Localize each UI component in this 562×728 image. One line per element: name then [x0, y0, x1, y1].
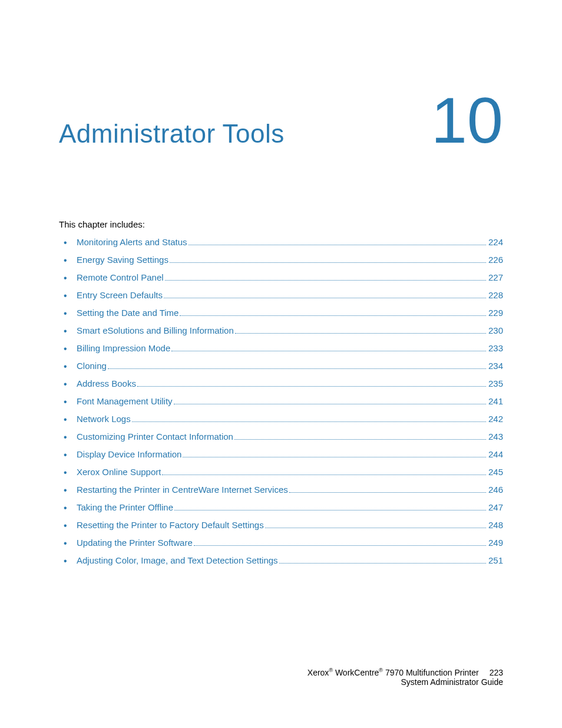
toc-item: Network Logs242	[59, 412, 503, 426]
toc-link[interactable]: Setting the Date and Time	[77, 306, 178, 320]
toc-leader	[174, 510, 486, 510]
toc-leader	[171, 351, 486, 351]
toc-link[interactable]: Adjusting Color, Image, and Text Detecti…	[77, 554, 278, 568]
toc-page-number[interactable]: 241	[488, 394, 503, 409]
toc-page-number[interactable]: 242	[488, 412, 503, 426]
toc-link[interactable]: Resetting the Printer to Factory Default…	[77, 518, 264, 532]
toc-link[interactable]: Network Logs	[77, 412, 131, 426]
toc-link[interactable]: Monitoring Alerts and Status	[77, 235, 187, 249]
toc-link[interactable]: Remote Control Panel	[77, 271, 164, 285]
toc-item: Font Management Utility241	[59, 394, 503, 409]
table-of-contents: Monitoring Alerts and Status224Energy Sa…	[59, 235, 503, 568]
toc-page-number[interactable]: 243	[488, 430, 503, 444]
chapter-number: 10	[431, 94, 503, 146]
toc-leader	[164, 298, 486, 298]
toc-leader	[170, 262, 486, 263]
toc-leader	[180, 315, 486, 316]
toc-item: Smart eSolutions and Billing Information…	[59, 324, 503, 338]
toc-page-number[interactable]: 235	[488, 377, 503, 391]
toc-page-number[interactable]: 227	[488, 271, 503, 285]
toc-link[interactable]: Cloning	[77, 359, 107, 373]
toc-item: Customizing Printer Contact Information2…	[59, 430, 503, 444]
toc-item: Display Device Information244	[59, 447, 503, 462]
toc-item: Remote Control Panel227	[59, 271, 503, 285]
chapter-header: Administrator Tools 10	[59, 94, 503, 149]
toc-leader	[289, 492, 486, 493]
toc-link[interactable]: Energy Saving Settings	[77, 253, 168, 267]
toc-page-number[interactable]: 234	[488, 359, 503, 373]
toc-link[interactable]: Smart eSolutions and Billing Information	[77, 324, 234, 338]
toc-item: Taking the Printer Offline247	[59, 500, 503, 515]
toc-item: Billing Impression Mode233	[59, 341, 503, 355]
toc-link[interactable]: Updating the Printer Software	[77, 536, 193, 550]
toc-page-number[interactable]: 249	[488, 536, 503, 550]
toc-item: Resetting the Printer to Factory Default…	[59, 518, 503, 532]
toc-item: Cloning234	[59, 359, 503, 373]
toc-item: Xerox Online Support245	[59, 465, 503, 479]
toc-page-number[interactable]: 245	[488, 465, 503, 479]
footer-subtitle: System Administrator Guide	[308, 677, 503, 687]
toc-link[interactable]: Billing Impression Mode	[77, 341, 170, 355]
toc-item: Adjusting Color, Image, and Text Detecti…	[59, 554, 503, 568]
toc-leader	[132, 421, 486, 422]
toc-page-number[interactable]: 228	[488, 288, 503, 302]
toc-leader	[108, 368, 486, 369]
toc-page-number[interactable]: 226	[488, 253, 503, 267]
toc-page-number[interactable]: 224	[488, 235, 503, 249]
page-footer: Xerox® WorkCentre® 7970 Multifunction Pr…	[308, 667, 503, 687]
toc-leader	[234, 439, 486, 440]
chapter-title: Administrator Tools	[59, 119, 285, 149]
toc-link[interactable]: Entry Screen Defaults	[77, 288, 163, 302]
toc-leader	[279, 563, 486, 564]
footer-page-number: 223	[490, 668, 503, 677]
toc-link[interactable]: Restarting the Printer in CentreWare Int…	[77, 483, 288, 497]
toc-page-number[interactable]: 246	[488, 483, 503, 497]
toc-page-number[interactable]: 247	[488, 500, 503, 515]
toc-page-number[interactable]: 230	[488, 324, 503, 338]
toc-link[interactable]: Display Device Information	[77, 447, 181, 462]
toc-link[interactable]: Taking the Printer Offline	[77, 500, 173, 515]
toc-item: Restarting the Printer in CentreWare Int…	[59, 483, 503, 497]
toc-item: Energy Saving Settings226	[59, 253, 503, 267]
toc-page-number[interactable]: 233	[488, 341, 503, 355]
toc-item: Monitoring Alerts and Status224	[59, 235, 503, 249]
toc-item: Updating the Printer Software249	[59, 536, 503, 550]
toc-leader	[165, 280, 486, 281]
toc-page-number[interactable]: 251	[488, 554, 503, 568]
toc-item: Setting the Date and Time229	[59, 306, 503, 320]
toc-link[interactable]: Xerox Online Support	[77, 465, 161, 479]
toc-page-number[interactable]: 248	[488, 518, 503, 532]
toc-leader	[162, 475, 486, 475]
toc-page-number[interactable]: 244	[488, 447, 503, 462]
toc-leader	[174, 404, 486, 404]
toc-page-number[interactable]: 229	[488, 306, 503, 320]
toc-link[interactable]: Font Management Utility	[77, 394, 173, 409]
footer-product: Xerox® WorkCentre® 7970 Multifunction Pr…	[308, 667, 479, 677]
toc-leader	[183, 457, 486, 457]
toc-item: Entry Screen Defaults228	[59, 288, 503, 302]
toc-leader	[137, 386, 486, 387]
toc-link[interactable]: Customizing Printer Contact Information	[77, 430, 233, 444]
toc-leader	[235, 333, 486, 334]
chapter-intro: This chapter includes:	[59, 219, 503, 229]
toc-leader	[265, 528, 486, 528]
toc-link[interactable]: Address Books	[77, 377, 136, 391]
toc-item: Address Books235	[59, 377, 503, 391]
toc-leader	[189, 245, 486, 245]
toc-leader	[194, 545, 486, 546]
